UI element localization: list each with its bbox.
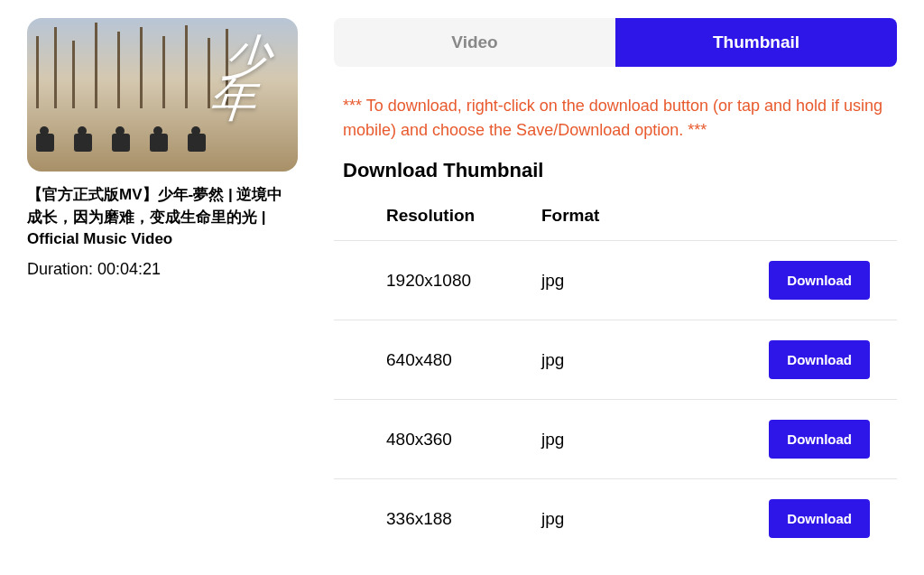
header-format: Format xyxy=(541,206,686,226)
tabs: Video Thumbnail xyxy=(334,18,897,67)
format-value: jpg xyxy=(541,350,686,370)
table-row: 640x480 jpg Download xyxy=(334,320,897,399)
resolution-value: 480x360 xyxy=(343,430,541,450)
thumbnail-riders xyxy=(36,116,217,152)
download-button[interactable]: Download xyxy=(769,420,870,459)
table-row: 1920x1080 jpg Download xyxy=(334,240,897,320)
header-action xyxy=(686,206,888,226)
download-panel: Video Thumbnail *** To download, right-c… xyxy=(334,18,897,558)
header-resolution: Resolution xyxy=(343,206,541,226)
download-button[interactable]: Download xyxy=(769,261,870,300)
table-row: 480x360 jpg Download xyxy=(334,399,897,478)
video-thumbnail: 少 年 xyxy=(27,18,298,172)
thumbnail-overlay-title: 少 年 xyxy=(217,36,271,121)
tab-thumbnail[interactable]: Thumbnail xyxy=(615,18,897,67)
download-instruction: *** To download, right-click on the down… xyxy=(334,94,897,143)
resolution-value: 640x480 xyxy=(343,350,541,370)
download-button[interactable]: Download xyxy=(769,499,870,538)
tab-video[interactable]: Video xyxy=(334,18,615,67)
video-duration: Duration: 00:04:21 xyxy=(27,260,298,279)
resolution-value: 336x188 xyxy=(343,509,541,529)
resolution-value: 1920x1080 xyxy=(343,271,541,291)
main-container: 少 年 【官方正式版MV】少年-夢然 | 逆境中成长，因为磨难，变成生命里的光 … xyxy=(27,18,897,558)
video-info-panel: 少 年 【官方正式版MV】少年-夢然 | 逆境中成长，因为磨难，变成生命里的光 … xyxy=(27,18,298,558)
format-value: jpg xyxy=(541,271,686,291)
table-row: 336x188 jpg Download xyxy=(334,478,897,558)
download-button[interactable]: Download xyxy=(769,340,870,379)
format-value: jpg xyxy=(541,509,686,529)
video-title: 【官方正式版MV】少年-夢然 | 逆境中成长，因为磨难，变成生命里的光 | Of… xyxy=(27,184,298,251)
format-value: jpg xyxy=(541,430,686,450)
download-table: Resolution Format 1920x1080 jpg Download… xyxy=(334,206,897,558)
table-header: Resolution Format xyxy=(334,206,897,240)
section-title: Download Thumbnail xyxy=(334,159,897,182)
